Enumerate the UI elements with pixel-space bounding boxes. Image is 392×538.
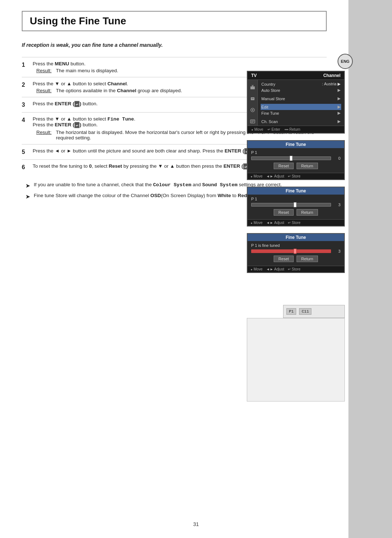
c11-label: C11 [299,308,311,315]
ft-header: Fine Tune [248,141,344,148]
result-label: Result: [36,130,52,140]
ft-footer-store: ↵ Store [288,267,301,271]
ft-slider [251,249,331,253]
ft-return-button[interactable]: Return [297,209,318,216]
ft-p1-label: P 1 [251,150,340,155]
tv-header-left: TV [251,73,257,78]
ft-value: 3 [333,203,340,207]
ft-footer: ⬥ Move ◄► Adjust ↵ Store [248,219,344,226]
ft-slider [251,156,331,160]
ft-footer-store: ↵ Store [288,174,301,178]
country-value: : Austria ▶ [322,82,340,86]
tv-icon-edit [248,103,258,117]
ft-value: 3 [333,249,340,253]
manual-store-label: Manual Store [261,97,285,101]
tv-menu-item-finetune: Fine Tune ▶ [261,110,341,116]
svg-rect-9 [251,121,254,121]
ft-p1-tuned-label: P 1 is fine tuned [251,243,340,248]
edit-arrow: ▶ [338,105,340,109]
ft-reset-button[interactable]: Reset [274,209,294,216]
tv-menu-item-edit: Edit ▶ [261,104,341,110]
ft-slider-thumb [294,202,297,207]
svg-rect-4 [252,98,254,98]
scan-label: Ch. Scan [261,119,278,124]
ft-header: Fine Tune [248,234,344,241]
step-main: Press the MENU button. [33,61,327,66]
finetune-label: Fine Tune [261,111,279,115]
note-text: If you are unable to fine tune a channel… [34,182,282,188]
ft-reset-button[interactable]: Reset [274,256,294,262]
ft-footer-adjust: ◄► Adjust [266,221,284,225]
ft-buttons: Reset Return [251,256,340,262]
tv-menu-row-edit: Edit ▶ Fine Tune ▶ [248,103,344,117]
svg-rect-10 [251,121,254,122]
ft-p1-label: P 1 [251,197,340,201]
scan-arrow: ▶ [338,119,340,124]
tv-menu-row-scan: Ch. Scan ▶ [248,117,344,126]
tv-menu-item-autostore: Auto Store ▶ [261,87,341,93]
footer-enter: ↵ Enter [268,127,280,131]
tv-menu-item-manual: Manual Store ▶ [261,95,341,102]
fine-tune-screenshot-2: Fine Tune P 1 3 Reset Return ⬥ Move ◄► A… [247,187,345,227]
p1c11-box: P1 C11 [283,305,345,318]
footer-move: ⬥ Move [251,127,263,131]
result-label: Result: [36,68,52,73]
ft-footer-adjust: ◄► Adjust [266,267,284,271]
svg-point-7 [252,109,253,111]
tv-menu-header: TV Channel [248,72,344,80]
ft-footer-move: ⬥ Move [250,267,262,271]
page-title: Using the Fine Tune [30,15,319,27]
ft-slider-thumb [290,156,293,161]
ft-buttons: Reset Return [251,209,340,216]
result-text: The options available in the Channel gro… [56,88,182,93]
tv-icon-antenna [248,80,258,94]
ft-body: P 1 is fine tuned 3 Reset Return [248,241,344,266]
step-number: 1 [22,61,33,68]
p1c11-label: P1 [286,308,296,315]
ft-footer: ⬥ Move ◄► Adjust ↵ Store [248,173,344,179]
ft-value: 0 [333,156,340,160]
ft-slider-container: 0 [251,156,340,160]
ft-header: Fine Tune [248,187,344,195]
edit-label: Edit [261,105,268,109]
tv-icon-manual [248,94,258,103]
ft-slider-container: 3 [251,203,340,207]
fine-tune-screenshot-1: Fine Tune P 1 0 Reset Return ⬥ Move ◄► A… [247,140,345,180]
footer-return: ▪▪▪ Return [285,127,300,131]
tv-item-content: Edit ▶ Fine Tune ▶ [258,103,344,117]
tv-menu-item-scan: Ch. Scan ▶ [261,118,341,125]
step-number: 5 [22,148,33,155]
ft-footer-store: ↵ Store [288,221,301,225]
svg-rect-5 [252,99,254,99]
ft-footer-move: ⬥ Move [250,221,262,225]
note-text: Fine tune Store will change the colour o… [34,193,248,198]
step-number: 2 [22,81,33,88]
blank-display-box [247,318,345,402]
ft-slider [251,203,331,207]
svg-rect-11 [251,122,253,122]
fine-tune-screenshot-3: Fine Tune P 1 is fine tuned 3 Reset Retu… [247,233,345,273]
step-number: 3 [22,101,33,108]
ft-buttons: Reset Return [251,163,340,169]
ft-return-button[interactable]: Return [297,256,318,262]
ft-reset-button[interactable]: Reset [274,163,294,169]
tv-item-content: Ch. Scan ▶ [258,117,344,126]
screenshots-area: TV Channel Country : Austria ▶ Auto Stor… [247,71,345,273]
ft-footer-move: ⬥ Move [250,174,262,178]
subtitle: If reception is weak, you can fine tune … [22,42,327,48]
ft-slider-container: 3 [251,249,340,253]
ft-body: P 1 0 Reset Return [248,148,344,173]
step-number: 6 [22,163,33,171]
svg-line-2 [253,85,253,86]
ft-footer-adjust: ◄► Adjust [266,174,284,178]
tv-item-content: Manual Store ▶ [258,94,344,103]
ft-return-button[interactable]: Return [297,163,318,169]
country-label: Country [261,82,275,86]
autostore-arrow: ▶ [338,88,340,93]
tv-header-right: Channel [323,73,340,78]
tv-menu-item-country: Country : Austria ▶ [261,81,341,87]
result-text: The main menu is displayed. [56,68,118,73]
tv-menu-row-country: Country : Austria ▶ Auto Store ▶ [248,80,344,94]
finetune-arrow: ▶ [338,111,340,115]
svg-rect-0 [250,86,255,89]
